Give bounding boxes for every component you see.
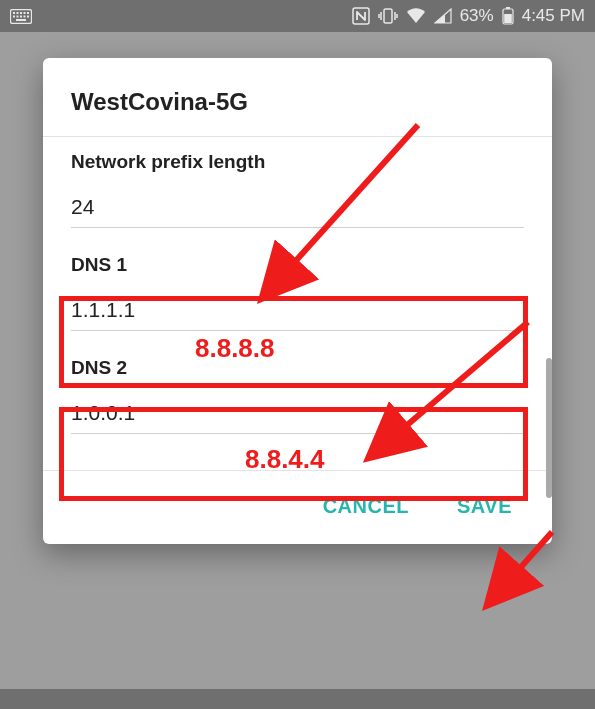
save-button[interactable]: SAVE	[457, 495, 512, 518]
vibrate-icon	[378, 7, 398, 25]
field-label: DNS 2	[71, 357, 524, 379]
clock-time: 4:45 PM	[522, 6, 585, 26]
signal-icon	[434, 8, 452, 24]
svg-rect-5	[27, 12, 29, 14]
nfc-icon	[352, 7, 370, 25]
scrollbar-indicator[interactable]	[546, 358, 552, 498]
field-dns1[interactable]: DNS 1 1.1.1.1	[43, 234, 552, 337]
field-dns2[interactable]: DNS 2 1.0.0.1	[43, 337, 552, 440]
svg-rect-13	[384, 9, 392, 23]
svg-rect-8	[20, 15, 22, 17]
field-label: DNS 1	[71, 254, 524, 276]
svg-rect-3	[20, 12, 22, 14]
status-bar: 63% 4:45 PM	[0, 0, 595, 32]
svg-rect-10	[27, 15, 29, 17]
field-value[interactable]: 24	[71, 195, 524, 219]
svg-rect-9	[24, 15, 26, 17]
wifi-settings-dialog: WestCovina-5G Network prefix length 24 D…	[43, 58, 552, 544]
cancel-button[interactable]: CANCEL	[323, 495, 409, 518]
battery-percent: 63%	[460, 6, 494, 26]
dialog-actions: CANCEL SAVE	[43, 470, 552, 544]
field-value[interactable]: 1.1.1.1	[71, 298, 524, 322]
wifi-icon	[406, 8, 426, 24]
battery-icon	[502, 7, 514, 25]
svg-rect-7	[17, 15, 19, 17]
svg-rect-6	[13, 15, 15, 17]
svg-rect-1	[13, 12, 15, 14]
keyboard-icon	[10, 9, 32, 24]
field-value[interactable]: 1.0.0.1	[71, 401, 524, 425]
nav-bar-strip	[0, 689, 595, 709]
svg-rect-20	[504, 14, 512, 23]
svg-rect-11	[16, 19, 26, 21]
field-label: Network prefix length	[71, 151, 524, 173]
field-network-prefix[interactable]: Network prefix length 24	[43, 137, 552, 234]
svg-rect-4	[24, 12, 26, 14]
svg-rect-2	[17, 12, 19, 14]
dialog-title: WestCovina-5G	[43, 58, 552, 136]
